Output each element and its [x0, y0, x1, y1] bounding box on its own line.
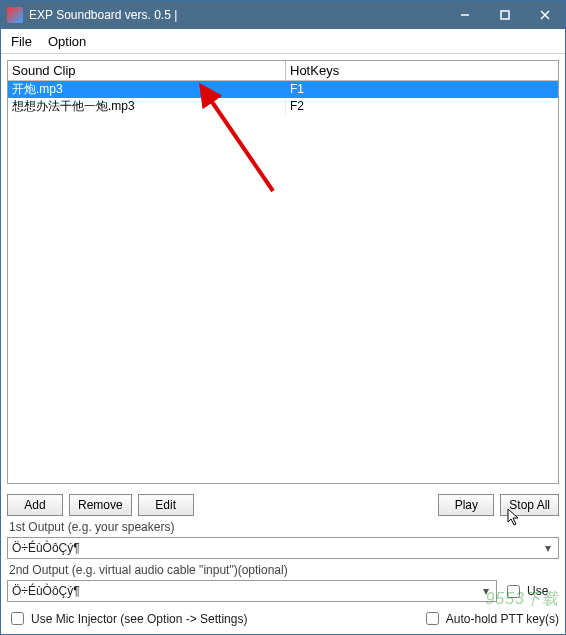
output2-value: Ö÷ÉùÒôÇý¶ — [12, 584, 80, 598]
output2-label: 2nd Output (e.g. virtual audio cable "in… — [7, 562, 559, 577]
menu-file[interactable]: File — [3, 32, 40, 51]
table-row[interactable]: 开炮.mp3 F1 — [8, 81, 558, 98]
cell-hotkey: F2 — [286, 98, 558, 115]
remove-button[interactable]: Remove — [69, 494, 132, 516]
auto-hold-label: Auto-hold PTT key(s) — [446, 612, 559, 626]
output1-combo[interactable]: Ö÷ÉùÒôÇý¶ ▾ — [7, 537, 559, 559]
minimize-icon — [460, 10, 470, 20]
maximize-button[interactable] — [485, 1, 525, 29]
app-window: EXP Soundboard vers. 0.5 | File Option S… — [0, 0, 566, 635]
auto-hold-check[interactable]: Auto-hold PTT key(s) — [422, 609, 559, 628]
use-output2-checkbox[interactable] — [507, 585, 520, 598]
mic-injector-label: Use Mic Injector (see Option -> Settings… — [31, 612, 247, 626]
play-button[interactable]: Play — [438, 494, 494, 516]
titlebar: EXP Soundboard vers. 0.5 | — [1, 1, 565, 29]
output1-value: Ö÷ÉùÒôÇý¶ — [12, 541, 80, 555]
bottom-panel: Add Remove Edit Play Stop All 1st Output… — [1, 490, 565, 634]
sound-table: Sound Clip HotKeys 开炮.mp3 F1 想想办法干他一炮.mp… — [7, 60, 559, 484]
mic-injector-checkbox[interactable] — [11, 612, 24, 625]
table-body: 开炮.mp3 F1 想想办法干他一炮.mp3 F2 — [8, 81, 558, 483]
chevron-down-icon: ▾ — [540, 541, 556, 555]
cell-sound: 开炮.mp3 — [8, 81, 286, 98]
button-row: Add Remove Edit Play Stop All — [7, 494, 559, 516]
menubar: File Option — [1, 29, 565, 54]
use-output2-check[interactable]: Use — [503, 582, 548, 601]
cell-hotkey: F1 — [286, 81, 558, 98]
table-row[interactable]: 想想办法干他一炮.mp3 F2 — [8, 98, 558, 115]
stop-all-button[interactable]: Stop All — [500, 494, 559, 516]
svg-rect-1 — [501, 11, 509, 19]
close-button[interactable] — [525, 1, 565, 29]
col-header-hotkeys[interactable]: HotKeys — [286, 61, 558, 81]
chevron-down-icon: ▾ — [478, 584, 494, 598]
auto-hold-checkbox[interactable] — [426, 612, 439, 625]
app-icon — [7, 7, 23, 23]
output1-label: 1st Output (e.g. your speakers) — [7, 519, 559, 534]
use-output2-label: Use — [527, 584, 548, 598]
edit-button[interactable]: Edit — [138, 494, 194, 516]
window-title: EXP Soundboard vers. 0.5 | — [29, 8, 445, 22]
minimize-button[interactable] — [445, 1, 485, 29]
add-button[interactable]: Add — [7, 494, 63, 516]
menu-option[interactable]: Option — [40, 32, 94, 51]
maximize-icon — [500, 10, 510, 20]
close-icon — [540, 10, 550, 20]
mic-injector-check[interactable]: Use Mic Injector (see Option -> Settings… — [7, 609, 247, 628]
table-header: Sound Clip HotKeys — [8, 61, 558, 81]
col-header-sound[interactable]: Sound Clip — [8, 61, 286, 81]
output2-combo[interactable]: Ö÷ÉùÒôÇý¶ ▾ — [7, 580, 497, 602]
cell-sound: 想想办法干他一炮.mp3 — [8, 98, 286, 115]
